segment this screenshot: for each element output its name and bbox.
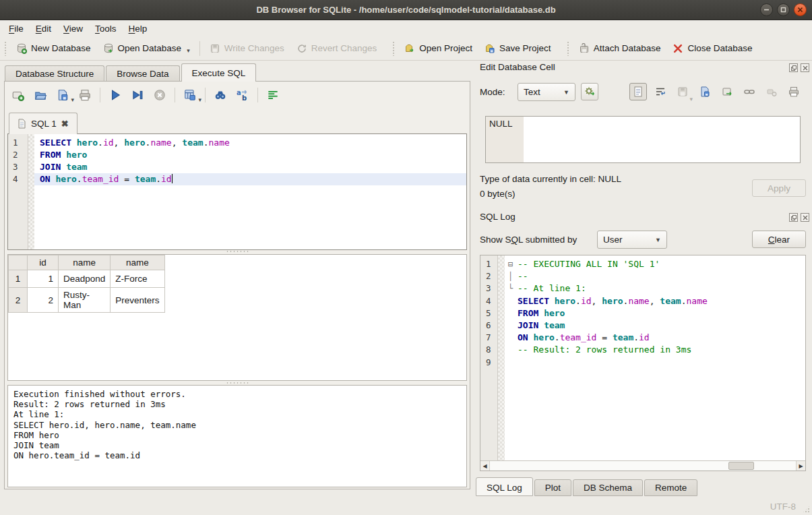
main-tab-widget: Database Structure Browse Data Execute S… [4, 63, 470, 489]
import-cell-icon[interactable] [696, 83, 714, 100]
row-header[interactable]: 2 [9, 288, 28, 313]
sql-log-code[interactable]: 123456789 ⊟│└ -- EXECUTING ALL IN 'SQL 1… [480, 255, 805, 460]
log-horizontal-scrollbar[interactable]: ◀ ▶ [480, 460, 805, 471]
table-cell[interactable]: Preventers [111, 288, 164, 313]
print-icon[interactable] [78, 88, 92, 102]
attach-database-button[interactable]: Attach Database [573, 40, 667, 57]
menu-edit[interactable]: Edit [30, 22, 57, 36]
tab-database-structure[interactable]: Database Structure [5, 65, 104, 82]
auto-apply-button[interactable] [581, 83, 598, 100]
corner-header[interactable] [9, 255, 28, 270]
table-cell[interactable]: Deadpond [59, 270, 111, 288]
print-cell-icon[interactable] [785, 83, 803, 100]
column-header[interactable]: name [111, 255, 164, 270]
column-header[interactable]: id [28, 255, 59, 270]
open-project-label: Open Project [419, 43, 472, 53]
toolbar-drag-handle[interactable] [567, 41, 570, 56]
sql-toolbar-separator [175, 88, 175, 102]
log-filter-combo[interactable]: User▼ [597, 231, 667, 249]
tab-remote[interactable]: Remote [644, 479, 697, 496]
editor-code[interactable]: SELECT hero.id, hero.name, team.nameFROM… [34, 134, 466, 249]
table-cell[interactable]: 1 [28, 270, 59, 288]
new-tab-icon[interactable] [11, 88, 25, 102]
scroll-thumb[interactable] [728, 462, 754, 470]
open-database-dropdown-icon[interactable]: ▾ [187, 47, 190, 54]
close-database-icon [673, 43, 683, 54]
save-project-button[interactable]: Save Project [478, 40, 557, 57]
link-icon[interactable] [741, 83, 758, 100]
sql-log-float-icon[interactable] [789, 213, 798, 222]
table-cell[interactable]: Z-Force [111, 270, 164, 288]
column-header[interactable]: name [59, 255, 111, 270]
set-null-icon[interactable] [763, 83, 780, 100]
open-project-button[interactable]: Open Project [398, 40, 478, 57]
scroll-right-icon[interactable]: ▶ [796, 461, 805, 471]
menu-view[interactable]: View [57, 22, 89, 36]
text-mode-icon[interactable] [629, 83, 647, 100]
new-database-button[interactable]: New Database [10, 40, 97, 57]
row-header[interactable]: 1 [9, 270, 28, 288]
sql-document-icon [18, 119, 26, 129]
tab-browse-data[interactable]: Browse Data [106, 65, 179, 82]
main-tab-bar: Database Structure Browse Data Execute S… [4, 63, 470, 82]
close-button[interactable] [794, 3, 807, 16]
log-filter-value: User [603, 235, 623, 245]
open-sql-file-icon[interactable] [34, 88, 47, 102]
save-cell-icon[interactable]: ▾ [674, 83, 691, 100]
sql-document-tab[interactable]: SQL 1 ✖ [9, 113, 77, 134]
table-row[interactable]: 22Rusty-ManPreventers [9, 288, 165, 313]
results-table[interactable]: idnamename11DeadpondZ-Force22Rusty-ManPr… [8, 255, 165, 313]
edit-cell-float-icon[interactable] [789, 63, 798, 72]
table-cell[interactable]: Rusty-Man [59, 288, 111, 313]
sql-log-dock-title: SQL Log [480, 212, 516, 222]
find-replace-icon[interactable]: ab [236, 88, 249, 102]
word-wrap-icon[interactable] [652, 83, 669, 100]
write-changes-label: Write Changes [224, 43, 284, 53]
execute-all-icon[interactable] [108, 88, 122, 102]
tab-execute-sql[interactable]: Execute SQL [181, 63, 257, 82]
format-sql-icon[interactable] [266, 88, 280, 102]
sql-tab-close-icon[interactable]: ✖ [61, 119, 69, 129]
mode-label: Mode: [480, 87, 505, 97]
clear-log-button[interactable]: Clear [752, 231, 806, 248]
minimize-button[interactable] [760, 3, 773, 16]
toolbar-drag-handle[interactable] [4, 41, 7, 56]
write-changes-button[interactable]: Write Changes [204, 40, 290, 57]
apply-button[interactable]: Apply [752, 179, 806, 197]
edit-cell-close-icon[interactable] [801, 63, 809, 72]
scroll-track[interactable] [490, 461, 796, 471]
maximize-button[interactable] [777, 3, 790, 16]
sql-log-close-icon[interactable] [801, 213, 809, 222]
open-database-label: Open Database [118, 43, 182, 53]
save-sql-file-icon[interactable]: ▾ [56, 88, 69, 102]
editor-line-numbers: 1234 [8, 134, 28, 249]
export-cell-icon[interactable] [718, 83, 736, 100]
execute-current-line-icon[interactable] [131, 88, 144, 102]
menu-tools[interactable]: Tools [89, 22, 123, 36]
toolbar-drag-handle[interactable] [392, 41, 396, 56]
mode-combo[interactable]: Text▼ [518, 83, 575, 101]
save-results-icon[interactable]: ▾ [183, 88, 197, 102]
cell-edit-area[interactable] [524, 117, 800, 162]
scroll-left-icon[interactable]: ◀ [480, 461, 490, 471]
sql-editor[interactable]: 1234 SELECT hero.id, hero.name, team.nam… [7, 133, 467, 250]
mode-combo-value: Text [524, 87, 540, 97]
menu-help[interactable]: Help [123, 22, 154, 36]
table-row[interactable]: 11DeadpondZ-Force [9, 270, 165, 288]
menu-file[interactable]: File [3, 22, 30, 36]
encoding-indicator[interactable]: UTF-8 [770, 502, 796, 512]
find-icon[interactable] [214, 88, 227, 102]
tab-plot[interactable]: Plot [534, 479, 571, 496]
close-database-button[interactable]: Close Database [666, 40, 758, 57]
resize-grip-icon[interactable] [802, 505, 811, 514]
cell-value-editor[interactable]: NULL [485, 116, 801, 163]
revert-changes-button[interactable]: Revert Changes [290, 40, 383, 57]
tab-db-schema[interactable]: DB Schema [573, 479, 643, 496]
open-database-button[interactable]: Open Database ▾ [97, 40, 196, 57]
sql-tab-label: SQL 1 [31, 119, 57, 129]
table-cell[interactable]: 2 [28, 288, 59, 313]
stop-icon[interactable] [153, 88, 166, 102]
new-database-label: New Database [31, 43, 91, 53]
log-fold-margin[interactable]: ⊟│└ [505, 255, 516, 460]
tab-sql-log[interactable]: SQL Log [476, 477, 533, 496]
